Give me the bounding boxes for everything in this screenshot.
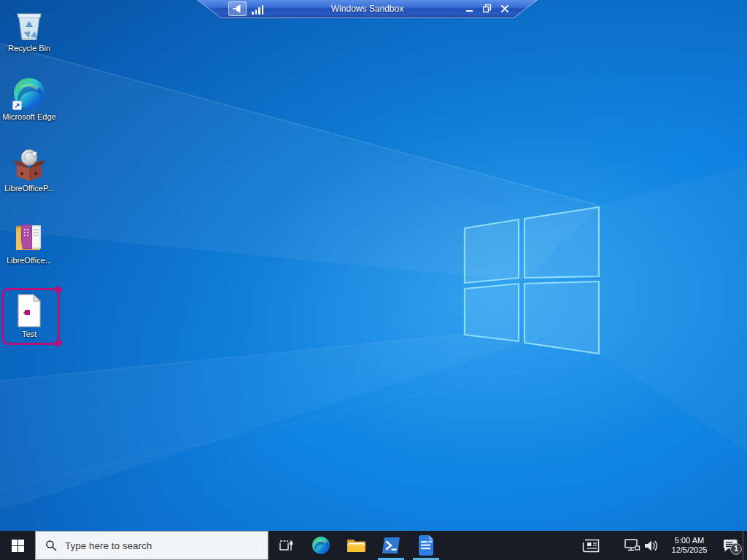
minimize-button[interactable] xyxy=(463,2,476,15)
desktop-icon-test-file[interactable]: Test xyxy=(0,293,58,339)
notification-count-badge: 1 xyxy=(730,543,742,555)
taskbar: Type here to search xyxy=(0,531,747,560)
edge-icon xyxy=(311,536,330,555)
file-explorer-icon xyxy=(347,537,366,553)
speaker-icon xyxy=(644,540,659,552)
connection-quality-icon[interactable] xyxy=(252,3,265,15)
installer-package-icon xyxy=(12,147,46,182)
search-icon xyxy=(45,540,57,551)
desktop-icon-libreoffice-installer[interactable]: LibreOfficeP... xyxy=(0,147,58,193)
restore-icon xyxy=(483,4,492,13)
sandbox-connection-bar[interactable]: Windows Sandbox xyxy=(197,0,538,18)
start-button[interactable] xyxy=(0,531,35,560)
close-icon xyxy=(501,5,508,12)
pushpin-icon xyxy=(233,4,243,13)
wallpaper-art xyxy=(0,0,747,531)
icon-label: Test xyxy=(22,330,36,339)
icon-label: LibreOfficeP... xyxy=(4,184,54,193)
desktop-icon-libreoffice-folder[interactable]: LibreOffice... xyxy=(0,219,58,265)
ethernet-network-icon xyxy=(624,539,640,552)
text-document-icon xyxy=(417,535,435,556)
recycle-bin-icon xyxy=(13,8,45,42)
close-button[interactable] xyxy=(498,2,511,15)
shortcut-arrow-icon: ↗ xyxy=(12,101,22,110)
taskbar-clock[interactable]: 5:00 AM 12/5/2025 xyxy=(666,536,713,555)
clock-time: 5:00 AM xyxy=(666,536,713,545)
volume-button[interactable] xyxy=(642,531,661,560)
task-view-icon xyxy=(279,538,293,553)
powershell-icon xyxy=(382,536,400,555)
desktop-icon-microsoft-edge[interactable]: ↗ Microsoft Edge xyxy=(0,76,58,122)
desktop-icon-recycle-bin[interactable]: Recycle Bin xyxy=(0,7,58,53)
task-view-button[interactable] xyxy=(268,531,303,560)
taskbar-search-input[interactable]: Type here to search xyxy=(35,531,268,560)
icon-label: Microsoft Edge xyxy=(2,112,55,122)
restore-button[interactable] xyxy=(481,2,493,15)
icon-label: Recycle Bin xyxy=(8,44,50,53)
document-icon xyxy=(15,293,43,328)
taskbar-file-explorer-button[interactable] xyxy=(338,531,374,560)
search-placeholder: Type here to search xyxy=(65,540,152,551)
taskbar-edge-button[interactable] xyxy=(303,531,338,560)
windows-start-icon xyxy=(12,540,24,552)
folder-icon xyxy=(12,220,46,254)
icon-label: LibreOffice... xyxy=(7,256,52,265)
news-and-interests-button[interactable] xyxy=(578,531,604,560)
action-center-button[interactable]: 1 xyxy=(718,531,743,560)
taskbar-document-button[interactable] xyxy=(409,531,444,560)
desktop-wallpaper: Recycle Bin ↗ Microsoft Edge xyxy=(0,0,747,531)
network-status-button[interactable] xyxy=(623,531,642,560)
system-tray: 5:00 AM 12/5/2025 1 xyxy=(578,531,747,560)
taskbar-powershell-button[interactable] xyxy=(374,531,409,560)
newspaper-icon xyxy=(582,539,600,553)
show-desktop-button[interactable] xyxy=(743,531,747,560)
clock-date: 12/5/2025 xyxy=(666,545,713,555)
minimize-icon xyxy=(466,5,473,12)
pin-button[interactable] xyxy=(228,1,247,16)
